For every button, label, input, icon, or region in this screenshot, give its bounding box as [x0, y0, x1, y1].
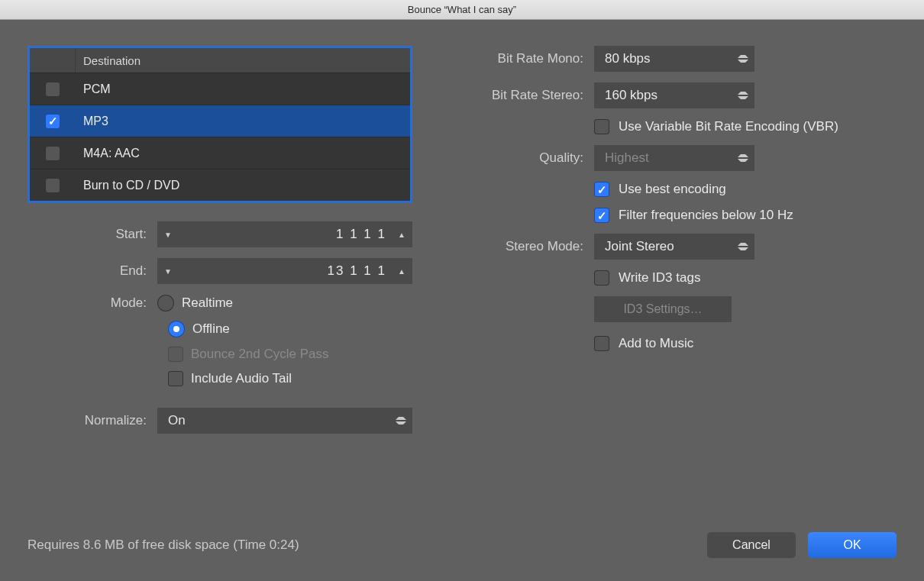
end-decrement-icon[interactable]: ▼: [157, 258, 179, 284]
normalize-label: Normalize:: [27, 413, 157, 428]
chevron-updown-icon: [738, 145, 748, 171]
chevron-updown-icon: [738, 234, 748, 260]
end-label: End:: [27, 263, 157, 279]
include-tail-checkbox[interactable]: [168, 371, 183, 386]
bitrate-mono-value: 80 kbps: [605, 51, 651, 66]
stereo-mode-label: Stereo Mode:: [438, 239, 594, 254]
destination-checkbox-pcm[interactable]: [45, 82, 60, 97]
include-tail-label: Include Audio Tail: [191, 371, 292, 386]
mode-offline-radio[interactable]: [168, 321, 185, 337]
mode-realtime-label: Realtime: [182, 295, 233, 311]
destination-table: Destination PCM MP3 M4A: AAC Burn to CD …: [27, 46, 412, 203]
cancel-button[interactable]: Cancel: [707, 532, 796, 558]
end-increment-icon[interactable]: ▲: [391, 258, 412, 284]
chevron-updown-icon: [396, 408, 406, 434]
quality-label: Quality:: [438, 150, 594, 166]
bitrate-mono-select[interactable]: 80 kbps: [594, 46, 754, 72]
destination-row-pcm[interactable]: PCM: [30, 73, 410, 105]
mode-realtime-radio[interactable]: [157, 295, 174, 311]
destination-checkbox-m4a[interactable]: [45, 146, 60, 161]
destination-checkbox-mp3[interactable]: [45, 114, 60, 129]
disk-space-status: Requires 8.6 MB of free disk space (Time…: [27, 537, 299, 553]
end-value: 13 1 1 1: [179, 263, 391, 279]
bitrate-mono-label: Bit Rate Mono:: [438, 51, 594, 66]
destination-label-pcm: PCM: [76, 82, 111, 96]
ok-label: OK: [843, 538, 861, 552]
destination-header-row: Destination: [30, 48, 410, 73]
start-increment-icon[interactable]: ▲: [391, 221, 412, 247]
stereo-mode-select[interactable]: Joint Stereo: [594, 234, 754, 260]
best-encoding-label: Use best encoding: [619, 182, 726, 197]
start-value: 1 1 1 1: [179, 227, 391, 242]
quality-value: Highest: [605, 150, 649, 166]
id3-settings-button: ID3 Settings…: [594, 296, 732, 322]
cancel-label: Cancel: [732, 538, 771, 552]
destination-row-burn[interactable]: Burn to CD / DVD: [30, 169, 410, 201]
bitrate-stereo-select[interactable]: 160 kbps: [594, 82, 754, 108]
write-id3-label: Write ID3 tags: [619, 270, 700, 286]
start-decrement-icon[interactable]: ▼: [157, 221, 179, 247]
filter-freq-label: Filter frequencies below 10 Hz: [619, 208, 793, 223]
add-to-music-checkbox[interactable]: [594, 336, 609, 351]
bounce-2nd-checkbox: [168, 347, 183, 362]
normalize-select[interactable]: On: [157, 408, 412, 434]
chevron-updown-icon: [738, 82, 748, 108]
filter-freq-checkbox[interactable]: [594, 208, 609, 223]
bitrate-stereo-label: Bit Rate Stereo:: [438, 88, 594, 103]
id3-settings-label: ID3 Settings…: [623, 302, 702, 316]
best-encoding-checkbox[interactable]: [594, 182, 609, 197]
start-stepper[interactable]: ▼ 1 1 1 1 ▲: [157, 221, 412, 247]
destination-row-m4a[interactable]: M4A: AAC: [30, 137, 410, 169]
add-to-music-label: Add to Music: [619, 336, 693, 351]
destination-label-m4a: M4A: AAC: [76, 147, 140, 160]
ok-button[interactable]: OK: [808, 532, 897, 558]
end-stepper[interactable]: ▼ 13 1 1 1 ▲: [157, 258, 412, 284]
chevron-updown-icon: [738, 46, 748, 72]
quality-select: Highest: [594, 145, 754, 171]
destination-row-mp3[interactable]: MP3: [30, 105, 410, 137]
bitrate-stereo-value: 160 kbps: [605, 88, 657, 103]
destination-header-label: Destination: [76, 54, 141, 67]
window-title: Bounce “What I can say”: [0, 0, 924, 20]
vbr-label: Use Variable Bit Rate Encoding (VBR): [619, 119, 838, 134]
write-id3-checkbox[interactable]: [594, 270, 609, 286]
destination-label-mp3: MP3: [76, 115, 108, 128]
stereo-mode-value: Joint Stereo: [605, 239, 674, 254]
mode-label: Mode:: [27, 295, 157, 311]
destination-label-burn: Burn to CD / DVD: [76, 179, 179, 192]
vbr-checkbox[interactable]: [594, 119, 609, 134]
start-label: Start:: [27, 227, 157, 242]
bounce-2nd-label: Bounce 2nd Cycle Pass: [191, 347, 329, 362]
destination-checkbox-burn[interactable]: [45, 178, 60, 193]
destination-header-spacer: [30, 48, 76, 73]
normalize-value: On: [168, 413, 186, 428]
mode-offline-label: Offline: [192, 321, 230, 337]
